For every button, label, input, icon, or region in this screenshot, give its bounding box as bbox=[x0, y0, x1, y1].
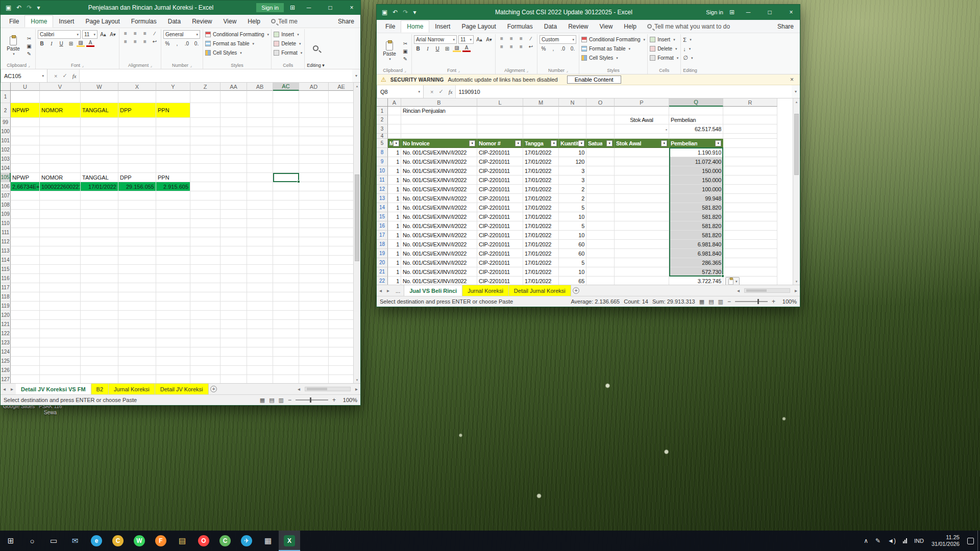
cell-N10[interactable]: 3 bbox=[559, 166, 586, 176]
cell-Z118[interactable] bbox=[190, 292, 220, 302]
cell-Y122[interactable] bbox=[156, 329, 190, 338]
cell-AA111[interactable] bbox=[220, 228, 247, 237]
row-header-122[interactable]: 122 bbox=[1, 329, 11, 338]
cell-P20[interactable] bbox=[615, 258, 669, 267]
cell-AC111[interactable] bbox=[273, 228, 299, 237]
row-header-101[interactable]: 101 bbox=[1, 136, 11, 145]
cell-Y127[interactable] bbox=[156, 375, 190, 383]
cell-Q18[interactable]: 6.981.840 bbox=[669, 240, 723, 249]
cell-AC125[interactable] bbox=[273, 357, 299, 366]
desktop-icon-label[interactable]: Sewa bbox=[44, 410, 57, 415]
row-header-113[interactable]: 113 bbox=[1, 246, 11, 256]
cell-X104[interactable] bbox=[118, 164, 156, 173]
name-box[interactable]: Q8 ▾ bbox=[377, 85, 424, 98]
ribbon-tab-insert[interactable]: Insert bbox=[429, 21, 456, 32]
row-header-105[interactable]: 105 bbox=[1, 173, 11, 182]
cell-V121[interactable] bbox=[40, 320, 81, 329]
cell-X109[interactable] bbox=[118, 210, 156, 219]
conditional-formatting-button[interactable]: Conditional Formatting▾ bbox=[205, 30, 269, 39]
cell-P14[interactable] bbox=[615, 203, 669, 212]
cell-AC122[interactable] bbox=[273, 329, 299, 338]
increase-decimal-button[interactable]: .0 bbox=[183, 40, 191, 47]
cell-W120[interactable] bbox=[81, 311, 118, 320]
taskbar-file-explorer[interactable]: ▤ bbox=[172, 531, 193, 551]
cell-X118[interactable] bbox=[118, 292, 156, 302]
cell-Z121[interactable] bbox=[190, 320, 220, 329]
title-bar[interactable]: ▣ ↶ ↷ ▾ Matching Cost CSI 2022 Update 30… bbox=[377, 5, 800, 20]
cell-X110[interactable] bbox=[118, 219, 156, 228]
cell-W112[interactable] bbox=[81, 237, 118, 246]
ribbon-tab-review[interactable]: Review bbox=[186, 16, 217, 27]
tray-chevron-icon[interactable]: ∧ bbox=[860, 537, 872, 544]
cell-U125[interactable] bbox=[11, 357, 40, 366]
cell-L13[interactable]: CIP-2201011 bbox=[477, 194, 523, 203]
cell-W123[interactable] bbox=[81, 338, 118, 347]
cell-N4[interactable] bbox=[559, 134, 586, 139]
cell-AB113[interactable] bbox=[247, 246, 273, 256]
orientation-button[interactable]: ∕ bbox=[527, 35, 535, 42]
cell-Z119[interactable] bbox=[190, 302, 220, 311]
row-header-123[interactable]: 123 bbox=[1, 338, 11, 347]
cell-AE106[interactable] bbox=[329, 182, 354, 191]
cell-N22[interactable]: 65 bbox=[559, 277, 586, 285]
cell-R2[interactable] bbox=[723, 115, 777, 124]
cell-X103[interactable] bbox=[118, 155, 156, 164]
sign-in-button[interactable]: Sign in bbox=[256, 3, 284, 12]
ribbon-tab-review[interactable]: Review bbox=[562, 21, 594, 32]
cell-N2[interactable] bbox=[559, 115, 586, 124]
cut-button[interactable]: ✂ bbox=[401, 40, 409, 47]
align-center-button[interactable]: ≡ bbox=[131, 38, 139, 45]
fill-button[interactable]: ↓▾ bbox=[683, 44, 697, 53]
enter-icon[interactable]: ✓ bbox=[60, 72, 69, 79]
cell-X107[interactable] bbox=[118, 191, 156, 201]
row-header-115[interactable]: 115 bbox=[1, 265, 11, 274]
cell-M2[interactable] bbox=[523, 115, 559, 124]
cell-R8[interactable] bbox=[723, 148, 777, 157]
cell-V99[interactable] bbox=[40, 118, 81, 127]
cell-Y110[interactable] bbox=[156, 219, 190, 228]
cell-U122[interactable] bbox=[11, 329, 40, 338]
cell-P19[interactable] bbox=[615, 249, 669, 258]
row-header-4[interactable]: 4 bbox=[377, 134, 388, 139]
cell-R18[interactable] bbox=[723, 240, 777, 249]
taskbar-start-button[interactable]: ⊞ bbox=[0, 531, 21, 551]
cell-AC101[interactable] bbox=[273, 136, 299, 145]
cell-Q13[interactable]: 99.948 bbox=[669, 194, 723, 203]
cell-A3[interactable] bbox=[388, 124, 401, 134]
horizontal-scrollbar[interactable] bbox=[305, 387, 351, 391]
increase-decimal-button[interactable]: .0 bbox=[559, 45, 567, 52]
cell-R9[interactable] bbox=[723, 157, 777, 166]
cell-AC106[interactable] bbox=[273, 182, 299, 191]
italic-button[interactable]: I bbox=[47, 40, 56, 47]
row-header-109[interactable]: 109 bbox=[1, 210, 11, 219]
cell-L4[interactable] bbox=[477, 134, 523, 139]
conditional-formatting-button[interactable]: Conditional Formatting▾ bbox=[581, 35, 645, 44]
cell-Z2[interactable] bbox=[190, 103, 220, 118]
ribbon-tab-page-layout[interactable]: Page Layout bbox=[456, 21, 501, 32]
cell-V124[interactable] bbox=[40, 347, 81, 357]
cell-A8[interactable]: 1 bbox=[388, 148, 401, 157]
cell-AE126[interactable] bbox=[329, 366, 354, 375]
cell-AD105[interactable] bbox=[299, 173, 329, 182]
cell-AD104[interactable] bbox=[299, 164, 329, 173]
cell-Z113[interactable] bbox=[190, 246, 220, 256]
cell-P1[interactable] bbox=[615, 107, 669, 115]
cell-U99[interactable] bbox=[11, 118, 40, 127]
cell-AB120[interactable] bbox=[247, 311, 273, 320]
cell-X111[interactable] bbox=[118, 228, 156, 237]
cell-AB110[interactable] bbox=[247, 219, 273, 228]
cell-V120[interactable] bbox=[40, 311, 81, 320]
cell-AC99[interactable] bbox=[273, 118, 299, 127]
cell-W111[interactable] bbox=[81, 228, 118, 237]
row-header-104[interactable]: 104 bbox=[1, 164, 11, 173]
row-header-3[interactable]: 3 bbox=[377, 124, 388, 134]
cell-O4[interactable] bbox=[586, 134, 615, 139]
borders-button[interactable]: ⊞ bbox=[67, 40, 75, 47]
filter-dropdown-icon[interactable]: ▾ bbox=[551, 140, 557, 146]
cell-Z116[interactable] bbox=[190, 274, 220, 283]
cell-B19[interactable]: No. 001/CSI/EX/INV/I/2022 bbox=[401, 249, 477, 258]
cell-AC119[interactable] bbox=[273, 302, 299, 311]
cell-W109[interactable] bbox=[81, 210, 118, 219]
cell-P16[interactable] bbox=[615, 221, 669, 231]
cell-Z122[interactable] bbox=[190, 329, 220, 338]
